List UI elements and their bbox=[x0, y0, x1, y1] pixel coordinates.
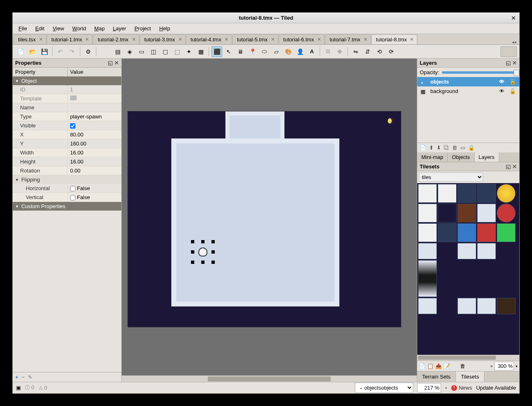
zoom-dropdown-icon[interactable]: ▾ bbox=[516, 364, 518, 368]
stamp-icon[interactable]: ▤ bbox=[112, 46, 123, 57]
select-rect-icon[interactable]: ⬚ bbox=[172, 46, 182, 57]
move-down-icon[interactable]: ⬇ bbox=[436, 144, 442, 152]
layer-list[interactable]: ⬩ objects 👁 🔓 ▦ background 👁 🔓 bbox=[417, 77, 519, 143]
group-custom[interactable]: ▼Custom Properties bbox=[13, 202, 121, 211]
visibility-icon[interactable]: 👁 bbox=[499, 79, 505, 85]
new-layer-icon[interactable]: 📄 bbox=[419, 144, 427, 152]
menu-world[interactable]: World bbox=[69, 24, 89, 33]
opacity-slider[interactable] bbox=[442, 71, 517, 74]
layer-item-background[interactable]: ▦ background 👁 🔓 bbox=[417, 86, 519, 96]
delete-tileset-icon[interactable]: 🗑 bbox=[460, 363, 465, 369]
same-tile-icon[interactable]: ▦ bbox=[196, 46, 206, 57]
flip-h-checkbox[interactable] bbox=[70, 186, 75, 191]
tab-tutorial-6[interactable]: tutorial-6.tmx✕ bbox=[279, 34, 325, 44]
edit-property-icon[interactable]: ✎ bbox=[28, 374, 32, 380]
duplicate-layer-icon[interactable]: ⿻ bbox=[443, 144, 450, 152]
horizontal-scrollbar[interactable] bbox=[122, 375, 417, 382]
tileset-canvas[interactable] bbox=[417, 183, 519, 355]
attach-icon[interactable]: ⧉ bbox=[323, 46, 333, 57]
redo-icon[interactable]: ↷ bbox=[67, 46, 77, 57]
close-icon[interactable]: ✕ bbox=[225, 37, 228, 42]
open-file-icon[interactable]: 📂 bbox=[27, 46, 38, 57]
lock-icon[interactable]: 🔓 bbox=[509, 88, 516, 94]
map-canvas[interactable] bbox=[127, 111, 401, 327]
insert-template-icon[interactable]: 👤 bbox=[295, 46, 305, 57]
insert-text-icon[interactable]: A bbox=[307, 46, 317, 57]
lock-icon[interactable]: 🔓 bbox=[509, 79, 516, 85]
tab-objects[interactable]: Objects bbox=[448, 152, 474, 162]
insert-ellipse-icon[interactable]: ⬭ bbox=[259, 46, 270, 57]
close-icon[interactable]: ✕ bbox=[39, 37, 43, 42]
close-icon[interactable]: ✕ bbox=[410, 37, 414, 42]
menu-project[interactable]: Project bbox=[131, 24, 154, 33]
zoom-arrows-icon[interactable]: » bbox=[490, 364, 493, 368]
close-icon[interactable]: ✕ bbox=[512, 60, 517, 66]
select-object-icon[interactable]: ⬛ bbox=[211, 46, 222, 57]
menu-layer[interactable]: Layer bbox=[109, 24, 130, 33]
selected-object[interactable] bbox=[193, 242, 213, 262]
terrain-icon[interactable]: ◈ bbox=[124, 46, 135, 57]
command-icon[interactable]: ⚙ bbox=[83, 46, 93, 57]
tab-tilesets[interactable]: Tilesets bbox=[456, 372, 484, 382]
tab-tutorial-8[interactable]: tutorial-8.tmx✕ bbox=[371, 34, 417, 44]
close-icon[interactable]: ✕ bbox=[511, 15, 516, 21]
group-flipping[interactable]: ▼Flipping bbox=[13, 175, 121, 184]
tab-tutorial-7[interactable]: tutorial-7.tmx✕ bbox=[325, 34, 371, 44]
tileset-select[interactable]: tiles bbox=[419, 172, 483, 182]
move-up-icon[interactable]: ⬆ bbox=[428, 144, 434, 152]
save-file-icon[interactable]: 💾 bbox=[39, 46, 50, 57]
menu-map[interactable]: Map bbox=[91, 24, 108, 33]
tab-left-icon[interactable]: ◂ bbox=[512, 40, 514, 44]
remove-property-icon[interactable]: − bbox=[22, 374, 25, 380]
eraser-icon[interactable]: ▢ bbox=[160, 46, 171, 57]
property-grid[interactable]: ▼Object ID1 Template Name Typeplayer-spa… bbox=[13, 77, 121, 372]
zoom-dropdown-icon[interactable]: ▾ bbox=[445, 386, 447, 390]
tileset-scrollbar[interactable] bbox=[417, 355, 519, 361]
insert-tile-icon[interactable]: 🎨 bbox=[283, 46, 293, 57]
close-icon[interactable]: ✕ bbox=[132, 37, 136, 42]
rotate-l-icon[interactable]: ⟲ bbox=[374, 46, 385, 57]
lock-layer-icon[interactable]: 🔒 bbox=[467, 144, 475, 152]
edit-polygon-icon[interactable]: ↖ bbox=[223, 46, 234, 57]
menu-help[interactable]: Help bbox=[156, 24, 173, 33]
export-tileset-icon[interactable]: 📤 bbox=[435, 363, 442, 369]
add-property-icon[interactable]: + bbox=[15, 374, 18, 380]
tab-tutorial-1[interactable]: tutorial-1.tmx✕ bbox=[47, 34, 93, 44]
insert-polygon-icon[interactable]: ▱ bbox=[271, 46, 282, 57]
tab-tutorial-3[interactable]: tutorial-3.tmx✕ bbox=[140, 34, 186, 44]
edit-tileset-icon[interactable]: 📝 bbox=[443, 363, 450, 369]
news-button[interactable]: ! News bbox=[451, 385, 472, 391]
status-layer-select[interactable]: ⬩ objectsobjects bbox=[355, 383, 413, 393]
close-icon[interactable]: ✕ bbox=[364, 37, 367, 42]
insert-rect-icon[interactable]: 🖥 bbox=[235, 46, 246, 57]
close-icon[interactable]: ✕ bbox=[512, 163, 517, 170]
wand-icon[interactable]: ✦ bbox=[184, 46, 194, 57]
fill-icon[interactable]: ▭ bbox=[136, 46, 147, 57]
show-layer-icon[interactable]: ▭ bbox=[459, 144, 466, 152]
console-icon[interactable]: ▣ bbox=[16, 385, 21, 391]
tileset-zoom-input[interactable] bbox=[494, 362, 514, 370]
tab-layers[interactable]: Layers bbox=[475, 152, 499, 162]
tab-right-icon[interactable]: ▸ bbox=[515, 40, 517, 44]
group-object[interactable]: ▼Object bbox=[13, 77, 121, 85]
close-icon[interactable]: ✕ bbox=[178, 37, 182, 42]
insert-point-icon[interactable]: 📍 bbox=[247, 46, 258, 57]
restore-icon[interactable]: ◱ bbox=[108, 60, 113, 66]
delete-layer-icon[interactable]: 🗑 bbox=[451, 144, 458, 152]
tab-tutorial-5[interactable]: tutorial-5.tmx✕ bbox=[232, 34, 278, 44]
menu-edit[interactable]: Edit bbox=[32, 24, 48, 33]
close-icon[interactable]: ✕ bbox=[317, 37, 321, 42]
visibility-icon[interactable]: 👁 bbox=[499, 88, 505, 94]
visible-checkbox[interactable] bbox=[70, 123, 75, 129]
layer-item-objects[interactable]: ⬩ objects 👁 🔓 bbox=[417, 77, 519, 86]
tab-tiles-tsx[interactable]: tiles.tsx✕ bbox=[14, 34, 46, 44]
flip-v-checkbox[interactable] bbox=[70, 195, 75, 200]
tab-tutorial-4[interactable]: tutorial-4.tmx✕ bbox=[186, 34, 232, 44]
flip-v-icon[interactable]: ⇵ bbox=[362, 46, 373, 57]
update-available[interactable]: Update Available bbox=[476, 385, 516, 391]
undo-icon[interactable]: ↶ bbox=[55, 46, 66, 57]
shape-fill-icon[interactable]: ◫ bbox=[148, 46, 159, 57]
restore-icon[interactable]: ◱ bbox=[506, 163, 511, 170]
close-icon[interactable]: ✕ bbox=[85, 37, 89, 42]
restore-icon[interactable]: ◱ bbox=[506, 60, 511, 66]
